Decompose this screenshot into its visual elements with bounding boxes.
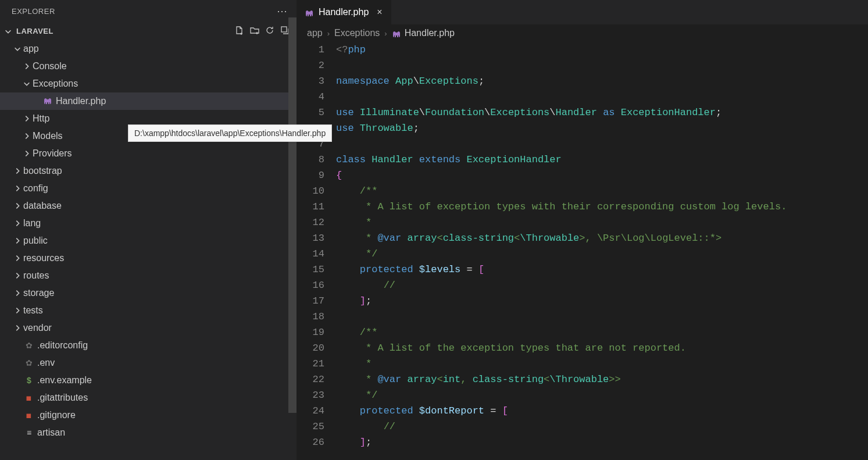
- line-number: 19: [297, 325, 324, 340]
- tree-folder[interactable]: vendor: [0, 319, 297, 337]
- tree-label: resources: [23, 253, 64, 263]
- tree-label: Providers: [33, 148, 72, 159]
- code-line[interactable]: [336, 309, 868, 325]
- tree-folder[interactable]: public: [0, 232, 297, 249]
- tree-label: lang: [23, 218, 41, 229]
- breadcrumb-seg-exceptions[interactable]: Exceptions: [334, 28, 380, 38]
- tree-file[interactable]: ✿.env: [0, 354, 297, 372]
- tree-folder[interactable]: tests: [0, 302, 297, 319]
- line-number: 10: [297, 183, 324, 199]
- code-line[interactable]: *: [336, 356, 868, 372]
- code-line[interactable]: * A list of exception types with their c…: [336, 199, 868, 215]
- line-number: 2: [297, 58, 324, 73]
- code-line[interactable]: * A list of the exception types that are…: [336, 340, 868, 356]
- code-line[interactable]: //: [336, 419, 868, 434]
- tree-label: Console: [33, 61, 67, 72]
- php-elephant-icon: [305, 9, 314, 16]
- scrollbar-thumb[interactable]: [288, 17, 297, 413]
- new-folder-icon[interactable]: [250, 26, 259, 37]
- tree-label: tests: [23, 305, 43, 316]
- code-line[interactable]: */: [336, 246, 868, 262]
- tree-folder[interactable]: database: [0, 197, 297, 215]
- code-line[interactable]: use Illuminate\Foundation\Exceptions\Han…: [336, 105, 868, 120]
- tree-label: storage: [23, 288, 54, 298]
- close-icon[interactable]: ×: [377, 7, 382, 17]
- chevron-down-icon: [13, 45, 22, 53]
- code-line[interactable]: [336, 136, 868, 152]
- code-line[interactable]: //: [336, 277, 868, 293]
- tree-folder[interactable]: resources: [0, 249, 297, 267]
- line-number: 3: [297, 73, 324, 89]
- tree-folder[interactable]: app: [0, 40, 297, 58]
- tree-folder[interactable]: Providers: [0, 145, 297, 162]
- line-number: 26: [297, 434, 324, 450]
- tree-label: Http: [33, 113, 49, 124]
- code-line[interactable]: * @var array<int, class-string<\Throwabl…: [336, 372, 868, 387]
- breadcrumb: app › Exceptions › Handler.php: [297, 24, 868, 42]
- code-line[interactable]: use Throwable;: [336, 120, 868, 136]
- git-icon: ◆: [22, 408, 36, 422]
- code-line[interactable]: /**: [336, 183, 868, 199]
- new-file-icon[interactable]: [235, 26, 244, 37]
- tree-folder[interactable]: Console: [0, 58, 297, 75]
- code-line[interactable]: * @var array<class-string<\Throwable>, \…: [336, 230, 868, 246]
- path-tooltip: D:\xampp\htdocs\laravel\app\Exceptions\H…: [128, 124, 332, 142]
- chevron-right-icon: ›: [327, 29, 330, 38]
- chevron-right-icon: [13, 167, 22, 175]
- line-number: 1: [297, 42, 324, 58]
- chevron-right-icon: [13, 219, 22, 227]
- line-number: 15: [297, 262, 324, 277]
- code-editor[interactable]: 1234567891011121314151617181920212223242…: [297, 42, 868, 460]
- tree-file[interactable]: ◆.gitattributes: [0, 389, 297, 406]
- tab-handler-php[interactable]: Handler.php ×: [297, 0, 391, 24]
- code-line[interactable]: {: [336, 167, 868, 183]
- tree-folder[interactable]: config: [0, 180, 297, 197]
- tree-label: config: [23, 183, 48, 194]
- tree-label: routes: [23, 270, 49, 281]
- gear-icon: ✿: [23, 358, 35, 368]
- code-line[interactable]: class Handler extends ExceptionHandler: [336, 152, 868, 167]
- line-number: 20: [297, 340, 324, 356]
- chevron-right-icon: [22, 132, 31, 140]
- code-line[interactable]: protected $dontReport = [: [336, 403, 868, 419]
- code-line[interactable]: ];: [336, 434, 868, 450]
- line-number: 11: [297, 199, 324, 215]
- breadcrumb-seg-file[interactable]: Handler.php: [392, 28, 455, 38]
- code-line[interactable]: <?php: [336, 42, 868, 58]
- chevron-right-icon: [13, 306, 22, 315]
- line-number: 23: [297, 387, 324, 403]
- line-number: 21: [297, 356, 324, 372]
- project-header[interactable]: LARAVEL: [0, 22, 297, 40]
- tree-file[interactable]: ✿.editorconfig: [0, 337, 297, 354]
- more-actions-icon[interactable]: ⋯: [277, 5, 288, 17]
- chevron-right-icon: [13, 184, 22, 192]
- tree-label: Models: [33, 131, 63, 141]
- tree-folder[interactable]: bootstrap: [0, 162, 297, 180]
- refresh-icon[interactable]: [265, 26, 274, 37]
- chevron-down-icon: [3, 27, 13, 35]
- tree-file[interactable]: ≡artisan: [0, 424, 297, 441]
- code-content[interactable]: <?phpnamespace App\Exceptions;use Illumi…: [336, 42, 868, 460]
- code-line[interactable]: protected $levels = [: [336, 262, 868, 277]
- code-line[interactable]: /**: [336, 325, 868, 340]
- line-number: 18: [297, 309, 324, 325]
- php-elephant-icon: [42, 98, 53, 105]
- code-line[interactable]: [336, 58, 868, 73]
- code-line[interactable]: */: [336, 387, 868, 403]
- code-line[interactable]: namespace App\Exceptions;: [336, 73, 868, 89]
- tree-file[interactable]: $.env.example: [0, 372, 297, 389]
- tree-label: Exceptions: [33, 79, 78, 89]
- tree-folder[interactable]: Exceptions: [0, 75, 297, 92]
- tree-label: .env.example: [37, 375, 92, 386]
- breadcrumb-seg-app[interactable]: app: [307, 28, 323, 38]
- tree-folder[interactable]: storage: [0, 284, 297, 302]
- tree-label: Handler.php: [56, 96, 106, 106]
- code-line[interactable]: [336, 89, 868, 105]
- code-line[interactable]: ];: [336, 293, 868, 309]
- tree-folder[interactable]: lang: [0, 215, 297, 232]
- tree-file[interactable]: ◆.gitignore: [0, 406, 297, 424]
- tree-folder[interactable]: routes: [0, 267, 297, 284]
- line-number: 14: [297, 246, 324, 262]
- code-line[interactable]: *: [336, 215, 868, 230]
- tree-file[interactable]: Handler.php: [0, 92, 297, 110]
